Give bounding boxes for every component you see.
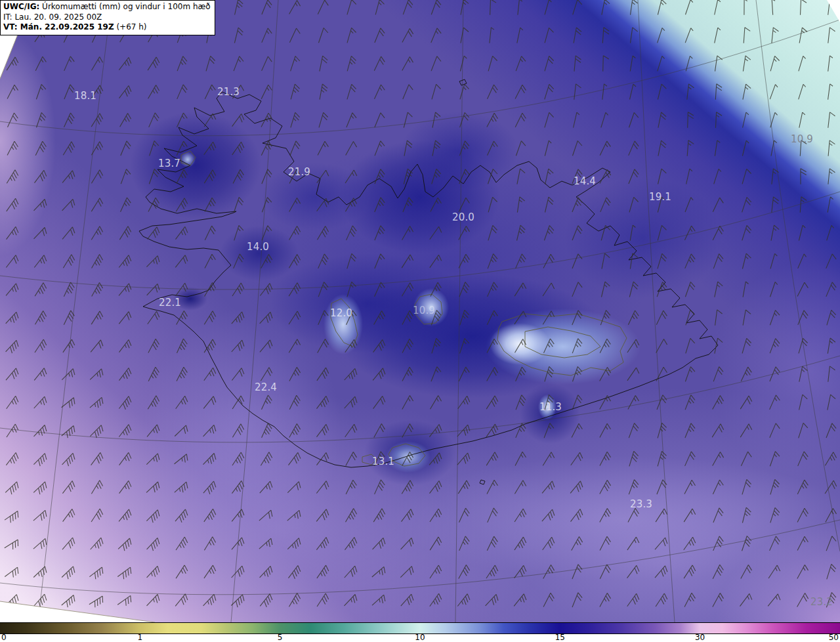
wind-barb	[517, 197, 524, 213]
wind-barb	[62, 171, 75, 183]
wind-barb	[517, 169, 525, 184]
wind-barb	[487, 113, 498, 127]
wind-barb	[375, 282, 385, 297]
wind-barb	[36, 85, 45, 100]
wind-barb	[600, 423, 611, 437]
wind-barb	[91, 509, 103, 522]
wind-barb	[744, 0, 747, 15]
forecast-hour: (+67 h)	[114, 22, 147, 32]
wind-barb	[404, 112, 412, 127]
wind-barb	[262, 198, 272, 213]
wind-barb	[430, 226, 442, 240]
wind-barb	[715, 28, 721, 43]
wind-barb	[600, 593, 611, 607]
wind-barb	[631, 0, 638, 15]
wind-barb	[119, 312, 131, 324]
wind-barb	[457, 453, 470, 465]
wind-barb	[287, 482, 301, 493]
top-right-wedge	[827, 0, 840, 22]
wind-barb	[347, 84, 356, 99]
wind-barb	[347, 56, 356, 71]
wind-barb	[318, 226, 329, 240]
wind-barb	[119, 481, 131, 493]
wind-barb	[146, 482, 159, 492]
wind-barb	[259, 510, 272, 521]
wind-barb	[572, 339, 582, 353]
wind-barb	[317, 396, 329, 408]
wind-barb	[768, 565, 780, 578]
wind-barb	[741, 565, 752, 578]
wind-barb	[121, 169, 131, 184]
wind-barb	[234, 28, 243, 43]
wind-barb	[63, 142, 74, 155]
wind-barb	[629, 451, 639, 466]
wind-barb	[488, 197, 497, 212]
wind-barb	[375, 480, 385, 494]
wind-barb	[685, 282, 695, 297]
wind-barb	[149, 113, 159, 127]
wind-barb	[203, 481, 216, 494]
wind-barb	[572, 565, 582, 579]
wind-barb	[402, 367, 413, 381]
wind-barb	[317, 170, 329, 183]
wind-barb	[603, 56, 609, 72]
colorbar-tick: 50	[829, 633, 839, 641]
wind-barb	[715, 338, 723, 354]
wind-barb	[117, 595, 131, 605]
wind-barb	[147, 538, 159, 551]
wind-barb	[602, 0, 610, 15]
title-line-product: UWC/IG: Úrkomumætti (mm) og vindur i 100…	[3, 2, 211, 12]
wind-barb	[799, 225, 805, 240]
wind-barb	[147, 566, 159, 578]
wind-barb	[7, 170, 18, 183]
wind-barb	[514, 594, 526, 607]
wind-barb	[516, 395, 526, 410]
wind-barb	[656, 310, 667, 325]
wind-barb	[461, 28, 469, 43]
wind-barb	[486, 424, 498, 437]
wind-barb	[402, 28, 413, 42]
wind-barb	[430, 255, 442, 268]
wind-barb	[602, 28, 609, 43]
wind-barb	[770, 282, 778, 297]
wind-barb	[686, 169, 692, 184]
wind-barb	[119, 425, 131, 437]
wind-barb	[287, 510, 301, 521]
wind-barb	[458, 396, 470, 409]
wind-barb	[148, 367, 159, 381]
wind-barb	[826, 593, 836, 608]
wind-barb	[345, 424, 357, 437]
wind-barb	[34, 228, 47, 239]
glacier-outlines	[181, 151, 627, 466]
wind-barb	[574, 28, 581, 43]
wind-barb	[741, 367, 751, 381]
wind-barb	[486, 594, 498, 606]
wind-barb	[91, 311, 103, 324]
wind-barb	[318, 0, 328, 14]
wind-barb	[260, 312, 272, 324]
valid-time: VT: Mán. 22.09.2025 19Z	[3, 22, 114, 32]
wind-barb	[345, 170, 357, 183]
wind-barb	[432, 338, 441, 353]
title-box: UWC/IG: Úrkomumætti (mm) og vindur i 100…	[0, 0, 215, 35]
wind-barb	[687, 84, 694, 100]
wind-barb	[6, 340, 18, 353]
wind-barb	[34, 368, 47, 381]
wind-barb	[797, 508, 808, 522]
wind-barb	[232, 481, 244, 493]
wind-barb	[742, 198, 751, 213]
wind-barb	[90, 397, 103, 408]
map-overlay	[0, 0, 840, 622]
colorbar-tick: 30	[695, 633, 705, 641]
wind-barb	[515, 85, 526, 98]
wind-barb	[629, 480, 639, 495]
wind-barb	[430, 481, 442, 494]
wind-barb	[7, 226, 18, 239]
wind-barb	[175, 425, 188, 437]
wind-barb	[34, 255, 46, 268]
wind-barb	[799, 423, 808, 438]
wind-barb	[713, 536, 724, 551]
wind-barb	[514, 537, 526, 550]
wind-barb	[629, 169, 639, 184]
wind-barb	[744, 28, 750, 43]
